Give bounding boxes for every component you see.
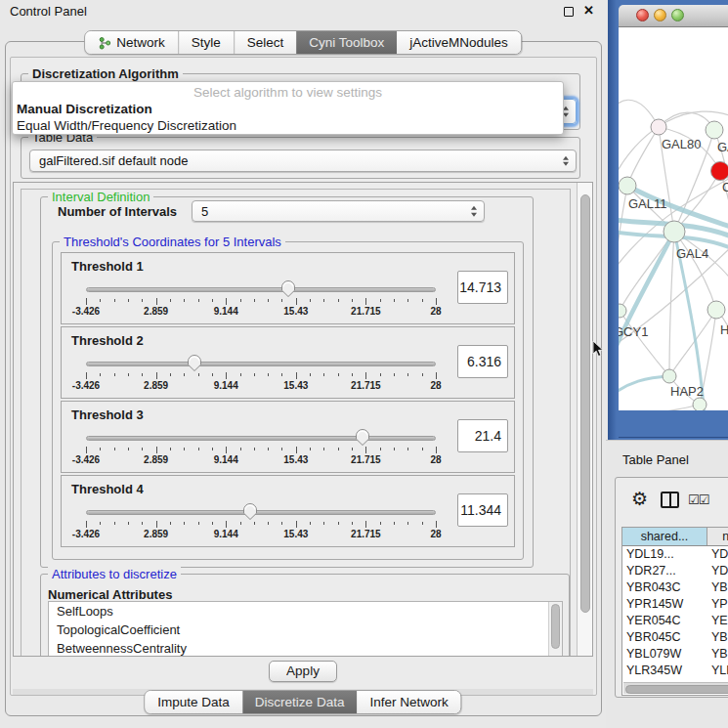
column-header-name[interactable]: name	[707, 528, 728, 545]
attribute-item-betweennesscentrality[interactable]: BetweennessCentrality	[49, 639, 562, 657]
slider-thumb[interactable]	[355, 428, 370, 447]
tab-infer-network[interactable]: Infer Network	[357, 691, 460, 713]
select-columns-icon[interactable]: ☑☑	[688, 492, 708, 507]
table-hscrollbar[interactable]	[623, 682, 728, 694]
slider-thumb[interactable]	[242, 502, 258, 521]
network-node[interactable]	[693, 398, 707, 410]
table-cell[interactable]: YLR3	[707, 663, 728, 679]
threshold-value-field[interactable]: 6.316	[457, 345, 508, 378]
table-cell[interactable]: YBR045C	[622, 629, 707, 646]
table-cell[interactable]: YDL1	[707, 546, 728, 563]
minimize-traffic-light[interactable]	[654, 9, 666, 21]
tab-jactivemnodules[interactable]: jActiveMNodules	[397, 31, 521, 54]
close-icon[interactable]: ✕	[583, 3, 594, 18]
bottom-tabstrip: Impute DataDiscretize DataInfer Network	[144, 690, 461, 714]
table-row[interactable]: YBL079WYBL0	[622, 646, 728, 663]
network-node[interactable]	[619, 304, 626, 318]
slider-track[interactable]	[86, 362, 436, 366]
network-node[interactable]	[651, 119, 666, 135]
tick-mark	[100, 299, 101, 302]
group-title-attributes: Attributes to discretize	[48, 567, 181, 581]
column-layout-icon[interactable]	[661, 492, 679, 508]
table-cell[interactable]: YDR2	[707, 563, 728, 579]
slider-track[interactable]	[86, 510, 436, 515]
float-window-icon[interactable]	[564, 7, 574, 17]
tick-mark	[407, 448, 408, 450]
table-cell[interactable]: YBR043C	[622, 579, 707, 596]
slider-track[interactable]	[86, 287, 436, 292]
table-cell[interactable]: YBR0	[707, 579, 728, 596]
table-cell[interactable]: YDL19...	[622, 546, 707, 563]
tab-impute-data[interactable]: Impute Data	[145, 691, 242, 713]
close-traffic-light[interactable]	[636, 9, 649, 21]
attribute-item-topologicalcoefficient[interactable]: TopologicalCoefficient	[49, 621, 562, 639]
tab-network[interactable]: Network	[85, 31, 178, 54]
settings-scrollbar-thumb[interactable]	[580, 194, 590, 613]
tick-mark	[436, 447, 437, 453]
table-row[interactable]: YBR043CYBR0	[622, 579, 728, 596]
tab-label: Infer Network	[369, 695, 448, 709]
threshold-value-field[interactable]: 21.4	[457, 419, 508, 452]
threshold-value-field[interactable]: 11.344	[457, 493, 508, 527]
threshold-slider[interactable]: -3.4262.8599.14415.4321.71528	[86, 359, 436, 394]
threshold-slider[interactable]: -3.4262.8599.14415.4321.71528	[86, 284, 436, 320]
table-row[interactable]: YDR27...YDR2	[622, 563, 728, 579]
table-cell[interactable]: YER054C	[622, 613, 707, 629]
table-cell[interactable]: YDR27...	[622, 563, 707, 579]
column-header-shared-name[interactable]: shared...	[622, 528, 707, 545]
tick-label: -3.426	[72, 306, 100, 317]
slider-thumb[interactable]	[280, 279, 296, 298]
table-cell[interactable]: YER0	[707, 613, 728, 629]
attributes-scrollbar-thumb[interactable]	[551, 604, 560, 649]
apply-button[interactable]: Apply	[269, 661, 337, 682]
popup-item-manual-discretization[interactable]: Manual Discretization	[13, 101, 563, 117]
tick-mark	[268, 522, 269, 525]
slider-track[interactable]	[86, 436, 436, 441]
table-cell[interactable]: YBL079W	[622, 646, 707, 663]
network-node[interactable]	[619, 177, 636, 194]
tab-label: Network	[116, 35, 165, 50]
tab-cyni-toolbox[interactable]: Cyni Toolbox	[296, 31, 397, 54]
tab-select[interactable]: Select	[234, 31, 297, 54]
tick-mark	[128, 373, 129, 376]
threshold-slider[interactable]: -3.4262.8599.14415.4321.71528	[86, 433, 436, 468]
apply-strip: Apply	[13, 657, 593, 689]
numerical-attributes-list[interactable]: SelfLoopsTopologicalCoefficientBetweenne…	[48, 601, 563, 657]
tick-mark	[407, 373, 408, 376]
table-cell[interactable]: YLR345W	[622, 663, 707, 679]
tick-mark	[296, 521, 297, 528]
table-row[interactable]: YPR145WYPR1	[622, 596, 728, 613]
attribute-item-selfloops[interactable]: SelfLoops	[49, 602, 562, 621]
table-row[interactable]: YLR345WYLR3	[622, 663, 728, 679]
table-cell[interactable]: YBR0	[707, 629, 728, 646]
network-node[interactable]	[711, 162, 728, 181]
table-row[interactable]: YBR045CYBR0	[622, 629, 728, 646]
tab-label: jActiveMNodules	[409, 35, 508, 50]
threshold-value-field[interactable]: 14.713	[457, 271, 508, 304]
network-node[interactable]	[664, 221, 685, 242]
tab-discretize-data[interactable]: Discretize Data	[242, 691, 358, 713]
settings-scrollbar[interactable]	[577, 183, 592, 656]
gear-icon[interactable]: ⚙	[631, 489, 648, 510]
popup-item-equal-width-frequency-discretization[interactable]: Equal Width/Frequency Discretization	[13, 117, 563, 134]
network-node[interactable]	[707, 301, 725, 319]
table-row[interactable]: YER054CYER0	[622, 613, 728, 629]
table-data-combo[interactable]: galFiltered.sif default node	[29, 150, 577, 172]
threshold-slider[interactable]: -3.4262.8599.14415.4321.71528	[86, 507, 436, 542]
table-cell[interactable]: YBL0	[707, 646, 728, 663]
tick-mark	[352, 448, 353, 450]
table-cell[interactable]: YPR145W	[622, 596, 707, 613]
network-node[interactable]	[663, 369, 676, 383]
network-window-titlebar[interactable]	[619, 5, 728, 27]
table-toolbar: ⚙ ☑☑	[616, 478, 728, 525]
network-node[interactable]	[706, 121, 723, 139]
zoom-traffic-light[interactable]	[671, 9, 684, 21]
node-table[interactable]: shared... name YDL19...YDL1YDR27...YDR2Y…	[621, 527, 728, 696]
slider-thumb[interactable]	[187, 354, 202, 372]
attributes-scrollbar[interactable]	[548, 602, 562, 657]
table-cell[interactable]: YPR1	[707, 596, 728, 613]
table-hscrollbar-thumb[interactable]	[625, 685, 728, 694]
tab-style[interactable]: Style	[178, 31, 234, 54]
table-row[interactable]: YDL19...YDL1	[622, 546, 728, 563]
network-canvas[interactable]: GAL80GAGAL11CGAL4GCY1HHAP2	[619, 27, 728, 410]
